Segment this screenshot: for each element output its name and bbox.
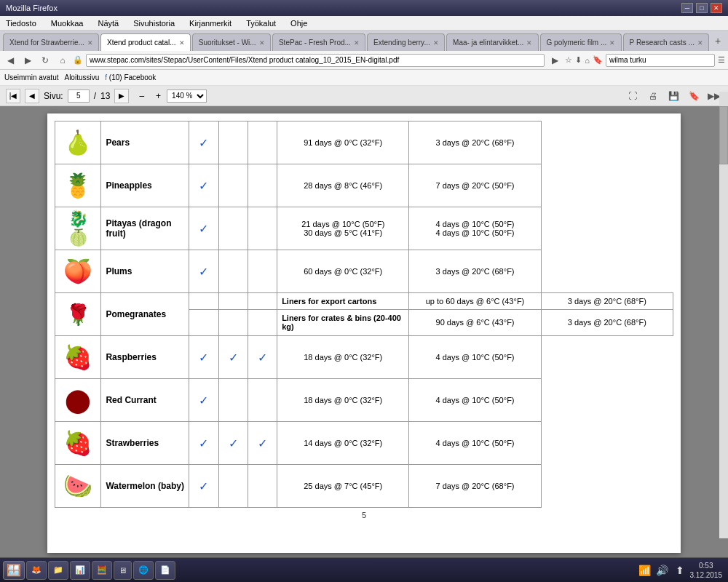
pdf-page-separator: / xyxy=(94,91,96,101)
taskbar-item-browser[interactable]: 🌐 xyxy=(133,561,154,580)
tab-4-close[interactable]: ✕ xyxy=(433,39,439,47)
tab-1[interactable]: Xtend product catal... ✕ xyxy=(100,33,191,51)
pomegranate-icon: 🌹 xyxy=(60,296,96,332)
tab-5-close[interactable]: ✕ xyxy=(526,39,532,47)
taskbar-item-folder[interactable]: 📁 xyxy=(48,561,68,580)
shelf-life-cell: 3 days @ 20°C (68°F) xyxy=(541,309,673,335)
scrollbar[interactable] xyxy=(719,92,728,538)
storage-life-cell: up to 60 days @ 6°C (43°F) xyxy=(409,293,541,310)
page-number: 5 xyxy=(55,508,673,522)
download-icon[interactable]: ⬇ xyxy=(575,55,582,65)
pdf-page: 🍐 Pears ✓ 91 days @ 0°C (32°F) 3 days @ … xyxy=(47,113,681,553)
tab-6[interactable]: G polymeric film ... ✕ xyxy=(540,33,622,51)
tab-3[interactable]: StePac - Fresh Prod... ✕ xyxy=(272,33,365,51)
shelf-life-cell: 7 days @ 20°C (68°F) xyxy=(409,465,541,508)
pdf-first-page[interactable]: |◀ xyxy=(6,89,20,103)
bookmark-home[interactable]: Aloitussivu xyxy=(64,73,99,81)
tab-0[interactable]: Xtend for Strawberrie... ✕ xyxy=(3,33,99,51)
pdf-prev-page[interactable]: ◀ xyxy=(25,89,39,103)
pdf-print-button[interactable]: 🖨 xyxy=(645,88,661,104)
pdf-page-label: Sivu: xyxy=(44,91,63,101)
taskbar-item-pdf[interactable]: 📄 xyxy=(155,561,175,580)
tab-7-close[interactable]: ✕ xyxy=(697,39,703,47)
taskbar-item-excel[interactable]: 📊 xyxy=(70,561,90,580)
bookmark-facebook[interactable]: f (10) Facebook xyxy=(105,73,156,81)
home-button[interactable]: ⌂ xyxy=(55,53,70,68)
menu-kirjanmerkit[interactable]: Kirjanmerkit xyxy=(186,19,234,28)
bookmark-icon[interactable]: 🔖 xyxy=(593,55,603,65)
pdf-next-page[interactable]: ▶ xyxy=(114,89,129,103)
check-cell-1: ✓ xyxy=(189,336,218,379)
address-bar: ◀ ▶ ↻ ⌂ 🔒 ▶ ☆ ⬇ ⌂ 🔖 ☰ xyxy=(0,51,728,70)
menu-nayta[interactable]: Näytä xyxy=(95,19,122,28)
check-cell-2 xyxy=(218,207,248,250)
search-input[interactable] xyxy=(606,54,715,67)
home2-icon[interactable]: ⌂ xyxy=(585,56,590,65)
taskbar-item-firefox[interactable]: 🦊 xyxy=(26,561,47,580)
fruit-image-cell: 🍉 xyxy=(55,465,101,508)
back-button[interactable]: ◀ xyxy=(3,53,17,68)
minimize-button[interactable]: ─ xyxy=(681,3,693,13)
fruit-name-cell: Plums xyxy=(101,250,189,293)
table-row: 🍑 Plums ✓ 60 days @ 0°C (32°F) 3 days @ … xyxy=(55,250,673,293)
pdf-fullscreen-button[interactable]: ⛶ xyxy=(625,88,641,104)
pdf-page-input[interactable] xyxy=(68,89,90,103)
tab-4[interactable]: Extending berry... ✕ xyxy=(367,33,445,51)
storage-life-cell: 14 days @ 0°C (32°F) xyxy=(277,422,409,465)
url-input[interactable] xyxy=(86,54,545,67)
shelf-life-cell: 7 days @ 20°C (50°F) xyxy=(409,164,541,207)
table-row: 🍓 Raspberries ✓ ✓ ✓ 18 days @ 0°C (32°F)… xyxy=(55,336,673,379)
tab-2-close[interactable]: ✕ xyxy=(259,39,265,47)
star-icon[interactable]: ☆ xyxy=(565,55,572,65)
tab-0-close[interactable]: ✕ xyxy=(87,39,93,47)
tab-7-label: P Research casts ... xyxy=(630,39,695,47)
menu-sivuhistoria[interactable]: Sivuhistoria xyxy=(130,19,178,28)
scrollbar-thumb[interactable] xyxy=(719,106,728,164)
table-row: 🍉 Watermelon (baby) ✓ 25 days @ 7°C (45°… xyxy=(55,465,673,508)
table-row: 🐉🍈 Pitayas (dragon fruit) ✓ 21 days @ 10… xyxy=(55,207,673,250)
taskbar-item-calc[interactable]: 🧮 xyxy=(92,561,112,580)
bookmark-most-visited[interactable]: Useimmin avatut xyxy=(4,73,58,81)
shelf-life-cell: 3 days @ 20°C (68°F) xyxy=(409,250,541,293)
tab-6-close[interactable]: ✕ xyxy=(609,39,615,47)
title-bar: Mozilla Firefox ─ □ ✕ xyxy=(0,0,728,16)
refresh-button[interactable]: ↻ xyxy=(38,53,52,68)
forward-button[interactable]: ▶ xyxy=(20,53,35,68)
lining-label: Liners for export cartons xyxy=(277,293,409,310)
raspberry-icon: 🍓 xyxy=(60,339,96,375)
table-row: ⬤ Red Currant ✓ 18 days @ 0°C (32°F) 4 d… xyxy=(55,379,673,422)
pitaya-icon: 🐉🍈 xyxy=(60,210,96,247)
close-button[interactable]: ✕ xyxy=(711,3,722,13)
go-button[interactable]: ▶ xyxy=(547,53,562,68)
fruit-name-pomegranates: Pomegranates xyxy=(106,309,166,319)
pdf-bookmark-button[interactable]: 🔖 xyxy=(686,88,702,104)
check-cell-3 xyxy=(248,207,277,250)
tab-1-close[interactable]: ✕ xyxy=(179,39,185,47)
tab-5-label: Maa- ja elintarvikket... xyxy=(453,39,523,47)
taskbar-item-screen[interactable]: 🖥 xyxy=(114,561,132,580)
taskbar-system-area: 📶 🔊 ⬆ 0:53 3.12.2015 xyxy=(638,561,726,580)
storage-life-cell: 25 days @ 7°C (45°F) xyxy=(277,465,409,508)
tab-1-label: Xtend product catal... xyxy=(107,39,176,47)
menu-ohje[interactable]: Ohje xyxy=(288,19,310,28)
tab-3-close[interactable]: ✕ xyxy=(354,39,360,47)
storage-life-cell: 21 days @ 10°C (50°F)30 days @ 5°C (41°F… xyxy=(277,207,409,250)
clock: 0:53 3.12.2015 xyxy=(690,561,723,580)
menu-tyokalut[interactable]: Työkalut xyxy=(243,19,279,28)
time-display: 0:53 xyxy=(690,561,723,570)
tab-5[interactable]: Maa- ja elintarvikket... ✕ xyxy=(446,33,538,51)
maximize-button[interactable]: □ xyxy=(696,3,708,13)
menu-tiedosto[interactable]: Tiedosto xyxy=(3,19,39,28)
fruit-name-watermelon: Watermelon (baby) xyxy=(106,481,184,491)
table-row: 🍍 Pineapples ✓ 28 days @ 8°C (46°F) 7 da… xyxy=(55,164,673,207)
tab-7[interactable]: P Research casts ... ✕ xyxy=(623,33,710,51)
pdf-save-button[interactable]: 💾 xyxy=(665,88,681,104)
menu-icon[interactable]: ☰ xyxy=(718,55,725,65)
check-cell-2 xyxy=(218,465,248,508)
pdf-zoom-select[interactable]: 140 % 100 % 75 % xyxy=(167,89,207,103)
storage-life-cell: 28 days @ 8°C (46°F) xyxy=(277,164,409,207)
tab-2[interactable]: Suoritukset - Wi... ✕ xyxy=(192,33,271,51)
new-tab-button[interactable]: + xyxy=(711,33,725,48)
start-button[interactable]: 🪟 xyxy=(3,561,25,580)
menu-muokkaa[interactable]: Muokkaa xyxy=(48,19,87,28)
